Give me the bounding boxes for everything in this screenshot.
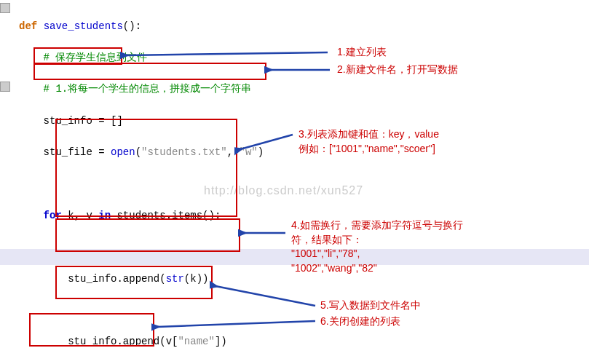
annotation-4d: "1002","wang","82" [291,262,377,274]
annotation-5: 5.写入数据到文件名中 [320,298,421,313]
kw-for: for [44,210,62,221]
stmt-a: stu_file = [44,146,111,158]
annotation-1: 1.建立列表 [337,45,387,60]
arrow-6 [151,317,319,331]
arrow-2 [264,63,333,77]
annotation-4: 4.如需换行，需要添加字符逗号与换行 符，结果如下： "1001","li","… [291,218,463,275]
str: "students.txt" [141,146,227,158]
svg-line-9 [216,286,315,306]
comment: # 1.将每一个学生的信息，拼接成一个字符串 [44,83,252,95]
fold-marker [0,3,10,13]
code-line: # 1.将每一个学生的信息，拼接成一个字符串 [19,82,589,98]
gutter [0,0,12,364]
p: ( [135,146,141,158]
arrow-3 [234,127,296,157]
annotation-3: 3.列表添加键和值：key，value 例如：["1001","name","s… [299,127,439,156]
code-line: def save_students(): [19,19,589,35]
builtin: open [111,146,135,158]
annotation-4b: 符，结果如下： [291,234,363,245]
annotation-4c: "1001","li","78", [291,248,360,259]
annotation-6: 6.关闭创建的列表 [320,314,400,329]
arrow-4 [238,226,289,240]
arrow-5 [210,280,319,309]
svg-line-1 [126,52,328,55]
blank-line [19,177,589,193]
annotation-2: 2.新建文件名，打开写数据 [337,63,458,77]
stmt: stu_info = [] [44,115,123,127]
parens: (): [123,20,141,32]
annotation-3b: 例如：["1001","name","scoer"] [299,143,435,154]
arrow-1 [120,45,331,60]
kw-in: in [98,210,111,221]
svg-line-11 [157,321,315,327]
annotation-3a: 3.列表添加键和值：key，value [299,128,439,140]
annotation-4a: 4.如需换行，需要添加字符逗号与换行 [291,219,463,231]
func-name: save_students [44,20,123,32]
fold-marker [0,82,10,92]
keyword-def: def [19,20,37,32]
code-line: stu_info.append(v["name"]) [19,334,589,350]
svg-line-5 [240,135,293,149]
